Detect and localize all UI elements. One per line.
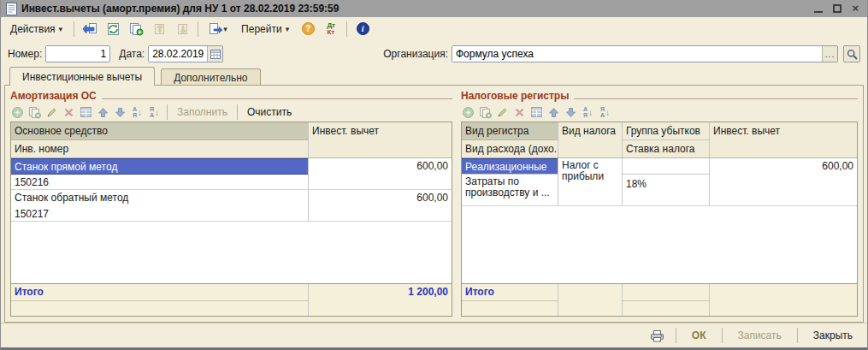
number-label: Номер: xyxy=(8,48,42,60)
table-header: Основное средство Инв. номер Инвест. выч… xyxy=(11,122,452,158)
minimize-button[interactable] xyxy=(814,5,823,13)
unpost-button[interactable] xyxy=(172,20,192,39)
cell-expense-kind[interactable]: Затраты по производству и ... xyxy=(462,175,558,205)
table-empty-area[interactable] xyxy=(462,206,857,283)
sort-desc-button[interactable]: ЯА ↓ xyxy=(598,105,612,120)
table-total-row: Итого xyxy=(462,283,857,316)
table-total-row: Итого 1 200,00 xyxy=(11,283,452,316)
group-rule xyxy=(574,92,858,99)
column-header-deduction[interactable]: Инвест. вычет xyxy=(309,122,452,157)
cell-asset-name[interactable]: Станок прямой метод xyxy=(11,158,308,175)
sort-desc-button[interactable]: ЯА ↓ xyxy=(147,105,162,120)
copy-row-button[interactable] xyxy=(27,105,42,120)
move-up-button[interactable] xyxy=(96,105,110,120)
write-button[interactable] xyxy=(80,20,100,39)
column-header-expense-kind[interactable]: Вид расхода (дохо... xyxy=(462,140,558,157)
cell-asset-name[interactable]: Станок обратный метод xyxy=(11,190,308,206)
printer-icon xyxy=(650,329,664,342)
grid-save-icon xyxy=(80,106,92,118)
number-field[interactable] xyxy=(46,46,109,62)
arrow-down-icon xyxy=(115,107,126,118)
end-edit-button[interactable] xyxy=(529,105,544,120)
titlebar: Инвест.вычеты (аморт.премия) для НУ 1 от… xyxy=(1,0,867,17)
date-field[interactable] xyxy=(149,46,207,62)
move-down-button[interactable] xyxy=(113,105,127,120)
table-header: Вид регистра Вид расхода (дохо... Вид на… xyxy=(462,122,857,158)
close-form-button[interactable]: Закрыть xyxy=(806,326,860,345)
add-row-button[interactable] xyxy=(10,105,25,120)
delete-row-button[interactable] xyxy=(62,105,76,120)
edit-row-button[interactable] xyxy=(495,105,510,120)
print-button[interactable] xyxy=(647,326,668,345)
cell-tax-rate[interactable]: 18% xyxy=(623,175,709,205)
document-window: Инвест.вычеты (аморт.премия) для НУ 1 от… xyxy=(0,0,868,350)
goto-menu-button[interactable]: Перейти ▾ xyxy=(235,21,295,38)
create-based-on-button[interactable]: ▾ xyxy=(204,20,233,39)
fill-button[interactable]: Заполнить xyxy=(173,105,232,119)
date-field-wrap xyxy=(148,45,223,62)
post-button[interactable] xyxy=(149,20,169,39)
sort-desc-icon: ЯА xyxy=(600,106,605,118)
tab-additional[interactable]: Дополнительно xyxy=(161,68,260,85)
toolbar-separator xyxy=(346,21,347,37)
delete-icon xyxy=(63,107,74,118)
info-button[interactable]: i xyxy=(352,20,373,39)
cell-inv-number[interactable]: 150217 xyxy=(11,206,308,221)
cell-loss-group[interactable] xyxy=(623,158,709,175)
end-edit-button[interactable] xyxy=(79,105,93,120)
help-button[interactable]: ? xyxy=(298,20,318,39)
tax-registers-group-title: Налоговые регистры xyxy=(461,90,569,102)
tab-investment-deductions[interactable]: Инвестиционные вычеты xyxy=(9,67,155,86)
unpost-icon xyxy=(175,22,190,36)
cell-inv-number[interactable]: 150216 xyxy=(11,175,308,189)
move-down-button[interactable] xyxy=(564,105,578,120)
sort-asc-button[interactable]: АЯ ↓ xyxy=(581,105,595,120)
save-button[interactable]: Записать xyxy=(730,326,789,345)
footer-bar: ОК Записать Закрыть xyxy=(1,323,867,347)
close-button[interactable]: × xyxy=(852,3,859,15)
column-header-asset[interactable]: Основное средство xyxy=(11,122,308,140)
move-up-button[interactable] xyxy=(546,105,561,120)
table-empty-area[interactable] xyxy=(11,222,452,283)
total-label: Итого xyxy=(11,284,308,301)
delete-icon xyxy=(514,107,525,118)
column-header-tax-kind[interactable]: Вид налога xyxy=(558,122,623,157)
table-row[interactable]: Реализационные Затраты по производству и… xyxy=(462,158,857,206)
clear-button[interactable]: Очистить xyxy=(243,105,296,119)
maximize-button[interactable] xyxy=(833,4,841,13)
organization-open-button[interactable] xyxy=(843,45,860,62)
refresh-button[interactable] xyxy=(103,20,123,39)
total-label: Итого xyxy=(462,284,558,301)
ok-button[interactable]: ОК xyxy=(684,326,714,345)
sort-asc-button[interactable]: АЯ ↓ xyxy=(130,105,145,120)
column-header-register-kind[interactable]: Вид регистра xyxy=(462,122,558,140)
column-header-inv-number[interactable]: Инв. номер xyxy=(11,140,308,157)
dtkt-button[interactable]: Дт Кт xyxy=(321,20,341,39)
calendar-button[interactable] xyxy=(207,46,222,62)
copy-button[interactable] xyxy=(126,20,146,39)
cell-deduction[interactable]: 600,00 xyxy=(309,158,452,189)
delete-row-button[interactable] xyxy=(512,105,527,120)
calendar-icon xyxy=(210,49,221,59)
add-row-button[interactable] xyxy=(461,105,475,120)
footer-separator xyxy=(676,328,676,343)
organization-field-wrap: ... xyxy=(452,45,838,62)
actions-menu-button[interactable]: Действия ▾ xyxy=(4,21,68,38)
column-header-loss-group[interactable]: Группа убытков xyxy=(623,122,709,140)
group-rule xyxy=(102,92,452,99)
depreciation-group: Амортизация ОС xyxy=(10,89,452,317)
organization-select-button[interactable]: ... xyxy=(822,46,837,62)
edit-row-button[interactable] xyxy=(44,105,59,120)
table-row[interactable]: Станок прямой метод 150216 600,00 xyxy=(11,158,452,190)
column-header-tax-rate[interactable]: Ставка налога xyxy=(623,140,709,157)
column-header-deduction[interactable]: Инвест. вычет xyxy=(710,122,857,157)
copy-row-button[interactable] xyxy=(478,105,493,120)
cell-deduction[interactable]: 600,00 xyxy=(309,190,452,221)
organization-field[interactable] xyxy=(452,46,822,62)
cell-register-kind[interactable]: Реализационные xyxy=(462,158,558,175)
table-row[interactable]: Станок обратный метод 150217 600,00 xyxy=(11,190,452,222)
cell-tax-kind[interactable]: Налог с прибыли xyxy=(558,158,623,205)
main-toolbar: Действия ▾ xyxy=(1,17,867,40)
cell-deduction[interactable]: 600,00 xyxy=(710,158,857,205)
tab-panel: Амортизация ОС xyxy=(4,85,864,323)
